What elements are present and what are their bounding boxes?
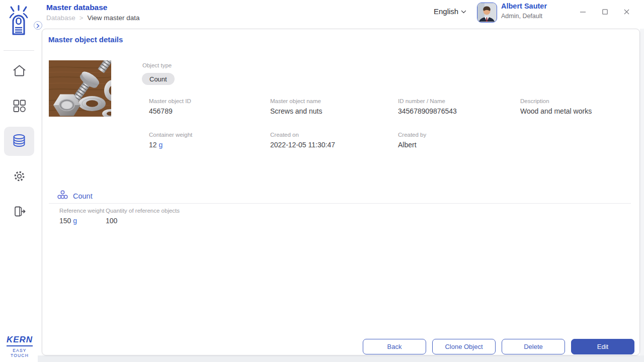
- master-object-details-card: Master object details: [42, 29, 640, 355]
- background-strip-right: [640, 29, 644, 355]
- sidebar-divider: [4, 50, 34, 51]
- close-icon: [623, 8, 630, 17]
- field-created-on: Created on 2022-12-05 11:30:47: [270, 132, 335, 149]
- sidebar-item-home[interactable]: [4, 57, 34, 86]
- breadcrumb-separator-icon: >: [79, 14, 84, 22]
- home-icon: [13, 64, 26, 79]
- gear-icon: [13, 169, 26, 185]
- breadcrumb-current: View master data: [87, 14, 139, 22]
- user-name[interactable]: Albert Sauter: [501, 2, 547, 10]
- breadcrumb-parent[interactable]: Database: [46, 14, 75, 22]
- count-section-title: Count: [73, 192, 93, 200]
- field-id-number-name: ID number / Name 345678909876543: [398, 98, 457, 115]
- object-type-label: Object type: [142, 62, 172, 68]
- user-avatar[interactable]: [477, 3, 497, 23]
- object-type-badge: Count: [142, 73, 175, 85]
- sidebar: KERN EASY TOUCH: [0, 0, 38, 362]
- count-section-header: Count: [57, 190, 93, 202]
- edit-button[interactable]: Edit: [571, 339, 634, 354]
- database-icon: [12, 134, 26, 149]
- chevron-right-icon: [36, 21, 40, 30]
- section-heading: Master object details: [48, 35, 123, 44]
- delete-button[interactable]: Delete: [502, 339, 565, 354]
- field-master-object-id: Master object ID 456789: [149, 98, 191, 115]
- minimize-icon: [580, 8, 586, 17]
- field-container-weight: Container weight 12 g: [149, 132, 192, 149]
- count-circles-icon: [57, 190, 68, 202]
- language-selector[interactable]: English: [434, 7, 466, 16]
- app-window: KERN EASY TOUCH Master database Database…: [0, 0, 644, 362]
- weight-unit: g: [158, 141, 163, 149]
- window-maximize-button[interactable]: [598, 7, 611, 19]
- breadcrumb: Database > View master data: [46, 14, 139, 22]
- logout-icon: [13, 205, 26, 220]
- clone-object-button[interactable]: Clone Object: [432, 339, 496, 354]
- sidebar-item-database[interactable]: [4, 127, 34, 156]
- maximize-icon: [602, 8, 608, 17]
- count-section-divider: [49, 203, 631, 204]
- window-minimize-button[interactable]: [576, 7, 589, 19]
- back-button[interactable]: Back: [363, 339, 426, 354]
- easy-touch-logo-icon: [7, 5, 31, 37]
- background-strip-bottom: [38, 355, 644, 362]
- field-reference-weight: Reference weight 150 g: [59, 208, 105, 225]
- kern-product-name: EASY TOUCH: [5, 348, 34, 358]
- master-object-photo: [49, 60, 111, 117]
- user-role: Admin, Default: [501, 13, 542, 20]
- page-title: Master database: [46, 3, 107, 12]
- sidebar-item-apps[interactable]: [4, 92, 34, 121]
- chevron-down-icon: [461, 7, 466, 16]
- weight-unit: g: [73, 217, 77, 225]
- field-created-by: Created by Albert: [398, 132, 426, 149]
- kern-wordmark: KERN: [7, 335, 33, 346]
- window-close-button[interactable]: [620, 7, 633, 19]
- apps-grid-icon: [13, 99, 26, 115]
- field-description: Description Wood and metal works: [520, 98, 592, 115]
- sidebar-item-settings[interactable]: [4, 162, 34, 192]
- kern-brand-logo: KERN EASY TOUCH: [5, 335, 34, 358]
- field-quantity-reference-objects: Quantity of reference objects 100: [106, 208, 180, 225]
- language-label: English: [434, 7, 458, 16]
- sidebar-item-logout[interactable]: [4, 198, 34, 227]
- field-master-object-name: Master object name Screws and nuts: [270, 98, 323, 115]
- sidebar-expand-button[interactable]: [34, 21, 42, 30]
